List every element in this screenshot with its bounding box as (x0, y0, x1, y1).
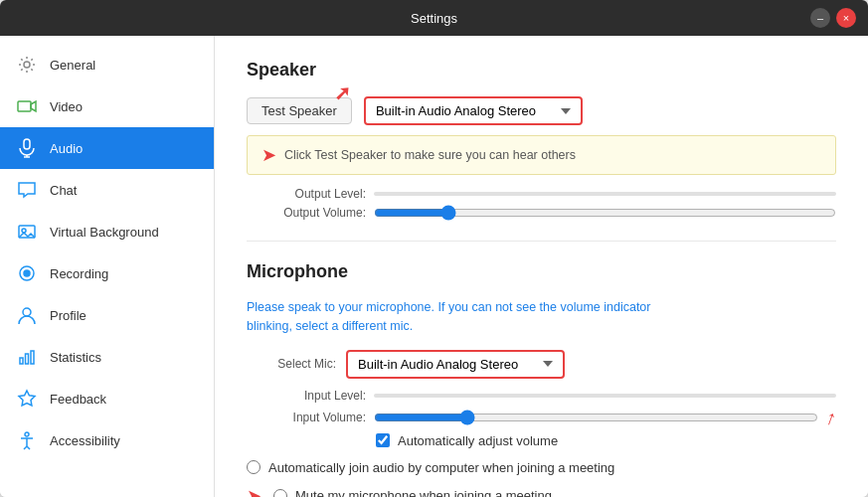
speaker-section: Speaker Test Speaker ➘ Built-in Audio An… (247, 60, 836, 221)
sidebar-item-feedback[interactable]: Feedback (0, 378, 214, 419)
minimize-button[interactable]: – (810, 8, 830, 28)
input-level-row: Input Level: (247, 389, 836, 403)
sidebar-item-label-statistics: Statistics (50, 350, 101, 365)
sidebar-item-general[interactable]: General (0, 44, 214, 85)
mute-mic-label: Mute my microphone when joining a meetin… (295, 488, 552, 497)
auto-join-row: Automatically join audio by computer whe… (247, 460, 836, 475)
output-volume-slider-container (366, 205, 836, 221)
content-area: General Video (0, 36, 868, 497)
sidebar-item-profile[interactable]: Profile (0, 294, 214, 336)
select-mic-label: Select Mic: (247, 357, 336, 371)
auto-adjust-checkbox[interactable] (376, 433, 390, 447)
microphone-title: Microphone (247, 261, 836, 282)
mute-mic-radio[interactable] (273, 489, 287, 498)
auto-adjust-row: Automatically adjust volume (247, 433, 836, 448)
arrow-annotation-speaker: ➘ (334, 83, 351, 106)
titlebar: Settings – × (0, 0, 868, 36)
microphone-section: Microphone Please speak to your micropho… (247, 261, 836, 497)
svg-rect-1 (18, 101, 31, 111)
svg-point-13 (25, 432, 29, 436)
auto-adjust-label: Automatically adjust volume (398, 433, 558, 448)
speaker-hint-box: ➤ Click Test Speaker to make sure you ca… (247, 135, 836, 175)
mic-desc-text2: blinking, select a different mic. (247, 319, 413, 333)
svg-rect-11 (26, 354, 29, 364)
sidebar-item-label-general: General (50, 58, 95, 73)
input-volume-label: Input Volume: (247, 411, 366, 424)
sidebar-item-accessibility[interactable]: Accessibility (0, 419, 214, 461)
sidebar-item-label-chat: Chat (50, 183, 77, 198)
sidebar-item-label-feedback: Feedback (50, 392, 106, 407)
input-volume-slider-container (366, 410, 818, 425)
sidebar-item-statistics[interactable]: Statistics (0, 336, 214, 378)
mic-device-dropdown[interactable]: Built-in Audio Analog Stereo USB Microph… (346, 350, 565, 379)
sidebar-item-label-profile: Profile (50, 308, 87, 323)
output-volume-row: Output Volume: (247, 205, 836, 221)
output-volume-slider[interactable] (374, 205, 836, 221)
input-level-label: Input Level: (247, 389, 366, 403)
background-icon (16, 221, 38, 243)
bottom-options: Automatically join audio by computer whe… (247, 460, 836, 498)
output-level-label: Output Level: (247, 187, 366, 201)
svg-rect-2 (24, 139, 30, 149)
sidebar-item-virtual-background[interactable]: Virtual Background (0, 211, 214, 252)
speaker-hint-text: Click Test Speaker to make sure you can … (284, 148, 576, 162)
main-content: Speaker Test Speaker ➘ Built-in Audio An… (215, 36, 868, 497)
speaker-title: Speaker (247, 60, 836, 81)
svg-rect-12 (31, 351, 34, 364)
speaker-row: Test Speaker ➘ Built-in Audio Analog Ste… (247, 96, 836, 125)
sidebar-item-video[interactable]: Video (0, 85, 214, 127)
section-divider (247, 241, 836, 242)
stats-icon (16, 346, 38, 368)
sidebar-item-recording[interactable]: Recording (0, 252, 214, 294)
record-icon (16, 262, 38, 284)
close-button[interactable]: × (836, 8, 856, 28)
video-icon (16, 95, 38, 117)
output-level-bar (374, 192, 836, 196)
auto-join-radio[interactable] (247, 460, 260, 474)
accessibility-icon (16, 429, 38, 451)
sidebar-item-label-video: Video (50, 99, 83, 114)
svg-point-8 (24, 270, 30, 276)
mic-description: Please speak to your microphone. If you … (247, 298, 744, 336)
mic-desc-text1: Please speak to your microphone. If you … (247, 300, 650, 314)
speaker-device-dropdown[interactable]: Built-in Audio Analog Stereo HDMI Audio … (364, 96, 583, 125)
sidebar-item-label-virtual-background: Virtual Background (50, 225, 159, 240)
svg-point-9 (23, 308, 31, 316)
select-mic-row: Select Mic: Built-in Audio Analog Stereo… (247, 350, 836, 379)
sidebar-item-label-audio: Audio (50, 141, 83, 156)
window-title: Settings (411, 11, 457, 26)
window-controls: – × (810, 8, 856, 28)
mic-icon (16, 137, 38, 159)
input-level-bar (374, 394, 836, 398)
gear-icon (16, 54, 38, 76)
svg-rect-10 (20, 358, 23, 364)
svg-point-0 (24, 62, 30, 68)
sidebar-item-audio[interactable]: Audio (0, 127, 214, 169)
chat-icon (16, 179, 38, 201)
output-volume-label: Output Volume: (247, 206, 366, 220)
sidebar-item-label-recording: Recording (50, 266, 108, 281)
input-volume-row: Input Volume: ↑ (247, 407, 836, 429)
sidebar: General Video (0, 36, 215, 497)
profile-icon (16, 304, 38, 326)
settings-window: Settings – × General (0, 0, 868, 497)
arrow-annotation-input: ↑ (822, 405, 839, 429)
sidebar-item-label-accessibility: Accessibility (50, 433, 120, 448)
auto-join-label: Automatically join audio by computer whe… (268, 460, 614, 475)
mute-mic-row: ➤ Mute my microphone when joining a meet… (247, 485, 836, 498)
output-level-row: Output Level: (247, 187, 836, 201)
input-volume-slider[interactable] (374, 410, 818, 425)
arrow-annotation-mute: ➤ (247, 485, 261, 498)
hint-arrow-icon: ➤ (261, 144, 276, 166)
sidebar-item-chat[interactable]: Chat (0, 169, 214, 211)
feedback-icon (16, 388, 38, 410)
